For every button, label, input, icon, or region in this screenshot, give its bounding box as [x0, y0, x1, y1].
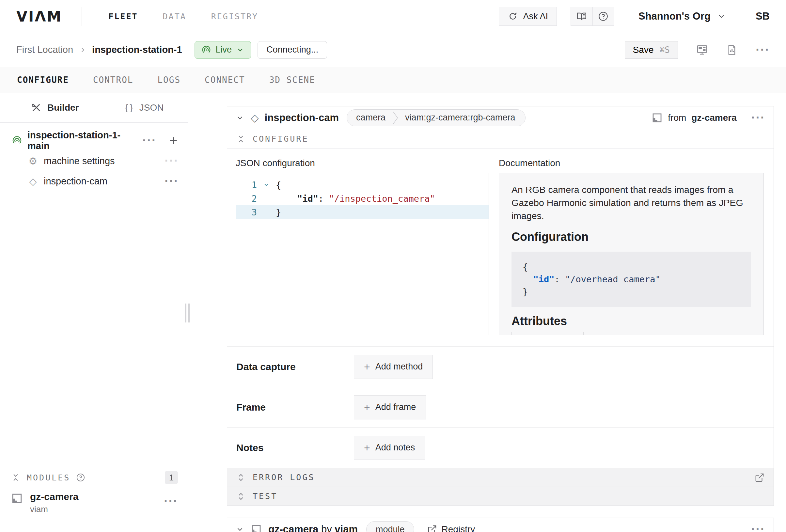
- data-capture-label: Data capture: [236, 361, 354, 372]
- notes-row: Notes + Add notes: [227, 427, 773, 468]
- component-model: viam:gz-camera:rgb-camera: [399, 113, 525, 123]
- breadcrumb-location[interactable]: First Location: [16, 44, 73, 55]
- page-body: Builder {} JSON inspection: [0, 93, 786, 532]
- braces-icon: {}: [124, 103, 134, 113]
- code-text: "id": "/inspection_camera": [276, 193, 435, 204]
- configure-section-bar[interactable]: CONFIGURE: [227, 129, 773, 149]
- line-number: 1: [236, 180, 257, 190]
- module-card-menu-icon[interactable]: ···: [751, 525, 765, 532]
- code-text: {: [276, 180, 281, 190]
- part-menu-icon[interactable]: ···: [142, 136, 156, 145]
- nav-item-fleet[interactable]: FLEET: [108, 12, 138, 21]
- avatar[interactable]: SB: [756, 10, 770, 22]
- modules-header[interactable]: MODULES 1: [11, 470, 178, 485]
- registry-label: Registry: [442, 524, 475, 532]
- gear-icon: ⚙: [27, 155, 39, 167]
- module-icon: [11, 492, 23, 504]
- notes-label: Notes: [236, 442, 354, 453]
- nav-item-data[interactable]: DATA: [163, 12, 186, 21]
- external-link-icon: [427, 525, 437, 532]
- documentation-column: Documentation An RGB camera component th…: [499, 158, 764, 346]
- builder-mode-toggle[interactable]: Builder: [31, 102, 79, 113]
- doc-attributes-heading: Attributes: [511, 314, 751, 328]
- json-config-column: JSON configuration 1 { 2: [236, 158, 489, 346]
- connecting-button[interactable]: Connecting...: [257, 41, 327, 59]
- add-method-button[interactable]: + Add method: [354, 355, 433, 379]
- tab-3d-scene[interactable]: 3D SCENE: [269, 75, 315, 85]
- nav-item-registry[interactable]: REGISTRY: [211, 12, 258, 21]
- org-switcher[interactable]: Shannon's Org: [639, 10, 725, 22]
- breadcrumb-machine-name: inspection-station-1: [92, 44, 182, 55]
- module-info: gz-camera viam: [30, 491, 78, 514]
- docs-book-icon[interactable]: [571, 7, 593, 25]
- tab-connect[interactable]: CONNECT: [205, 75, 245, 85]
- module-name: gz-camera: [30, 491, 78, 502]
- save-button[interactable]: Save ⌘S: [625, 41, 678, 59]
- chevron-down-icon[interactable]: [236, 114, 244, 122]
- collapse-icon[interactable]: [236, 135, 246, 144]
- help-button-group: [571, 7, 614, 26]
- component-menu-icon[interactable]: ···: [751, 113, 765, 123]
- module-card-right: ···: [737, 525, 765, 532]
- viam-app: VIΛM FLEET DATA REGISTRY Ask AI: [0, 0, 786, 532]
- machine-header-bar: First Location inspection-station-1 Live…: [0, 33, 786, 67]
- doc-configuration-heading: Configuration: [511, 230, 751, 244]
- chevron-down-icon: [717, 12, 725, 21]
- error-logs-bar[interactable]: ERROR LOGS: [227, 468, 773, 487]
- module-list-item[interactable]: gz-camera viam ···: [11, 491, 178, 514]
- ask-ai-button[interactable]: Ask AI: [499, 7, 557, 26]
- viam-logo[interactable]: VIΛM: [16, 8, 62, 25]
- report-file-icon[interactable]: [726, 44, 737, 55]
- broadcast-icon: [201, 45, 211, 55]
- primary-nav: FLEET DATA REGISTRY: [108, 12, 258, 21]
- diamond-icon: ◇: [27, 176, 39, 187]
- fold-chevron-icon[interactable]: [257, 182, 276, 188]
- more-actions-icon[interactable]: ···: [756, 45, 770, 55]
- data-capture-row: Data capture + Add method: [227, 346, 773, 387]
- json-mode-toggle[interactable]: {} JSON: [124, 102, 164, 113]
- add-notes-button[interactable]: + Add notes: [354, 436, 425, 460]
- item-menu-icon[interactable]: ···: [164, 156, 179, 166]
- module-icon: [651, 112, 663, 123]
- chevron-right-icon: [79, 46, 86, 53]
- from-label: from: [668, 113, 686, 123]
- frame-row: Frame + Add frame: [227, 387, 773, 427]
- machine-part-name: inspection-station-1-main: [27, 130, 142, 152]
- error-logs-title: ERROR LOGS: [253, 472, 315, 482]
- external-link-icon[interactable]: [755, 472, 764, 482]
- machinebar-actions: Save ⌘S ···: [625, 41, 770, 59]
- help-circle-icon[interactable]: [593, 7, 614, 25]
- add-frame-button[interactable]: + Add frame: [354, 395, 426, 419]
- component-type: camera: [347, 113, 392, 123]
- help-circle-icon[interactable]: [76, 473, 85, 482]
- doc-attributes-table: [511, 332, 751, 335]
- item-menu-icon[interactable]: ···: [164, 176, 179, 186]
- monitor-dashboard-icon[interactable]: [696, 44, 708, 56]
- test-bar[interactable]: TEST: [227, 487, 773, 506]
- tab-logs[interactable]: LOGS: [157, 75, 181, 85]
- configure-content: JSON configuration 1 { 2: [227, 149, 773, 346]
- module-card-header: gz-camera by viam module Registry ···: [227, 518, 773, 532]
- chevron-down-icon[interactable]: [236, 525, 244, 532]
- test-title: TEST: [253, 491, 277, 501]
- module-org: viam: [30, 504, 78, 514]
- registry-link[interactable]: Registry: [427, 524, 475, 532]
- collapse-icon[interactable]: [11, 473, 20, 482]
- json-config-editor[interactable]: 1 { 2 "id": "/inspection_camera": [236, 173, 489, 335]
- builder-json-toggle: Builder {} JSON: [0, 93, 188, 123]
- live-status-label: Live: [216, 45, 232, 55]
- component-name: inspection-cam: [265, 112, 339, 124]
- tab-configure[interactable]: CONFIGURE: [17, 75, 69, 85]
- live-status-badge[interactable]: Live: [194, 41, 251, 59]
- line-number: 3: [236, 207, 257, 217]
- from-module-name: gz-camera: [691, 113, 737, 123]
- component-tree: inspection-station-1-main ··· ⚙ machine …: [0, 123, 188, 191]
- module-menu-icon[interactable]: ···: [164, 496, 178, 506]
- module-card: gz-camera by viam module Registry ···: [227, 518, 774, 532]
- tree-item-machine-part[interactable]: inspection-station-1-main ···: [0, 131, 188, 151]
- tree-item-inspection-cam[interactable]: ◇ inspection-cam ···: [0, 171, 188, 191]
- tab-control[interactable]: CONTROL: [93, 75, 134, 85]
- add-component-icon[interactable]: [168, 135, 179, 146]
- tree-item-machine-settings[interactable]: ⚙ machine settings ···: [0, 151, 188, 171]
- sidebar-resize-handle[interactable]: [184, 303, 190, 322]
